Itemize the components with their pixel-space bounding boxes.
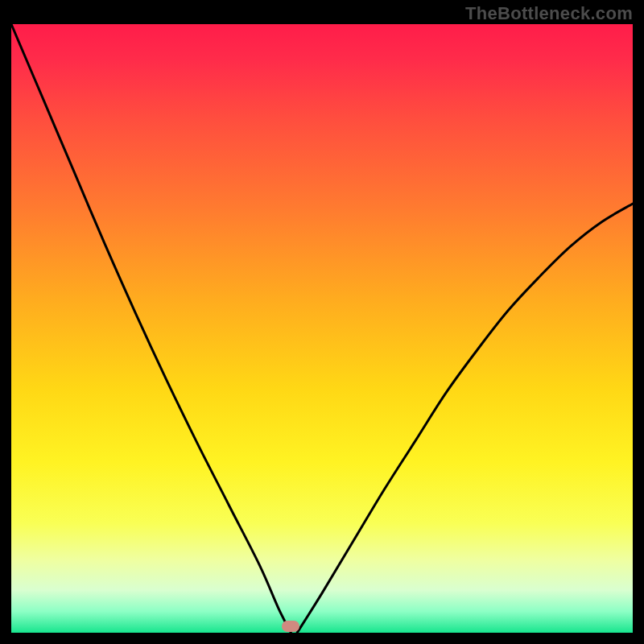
watermark-text: TheBottleneck.com <box>465 3 633 24</box>
gradient-rect <box>11 24 633 633</box>
bottleneck-marker <box>282 621 299 632</box>
chart-frame: TheBottleneck.com <box>0 0 644 644</box>
chart-svg <box>11 24 633 633</box>
plot-area <box>11 24 633 633</box>
